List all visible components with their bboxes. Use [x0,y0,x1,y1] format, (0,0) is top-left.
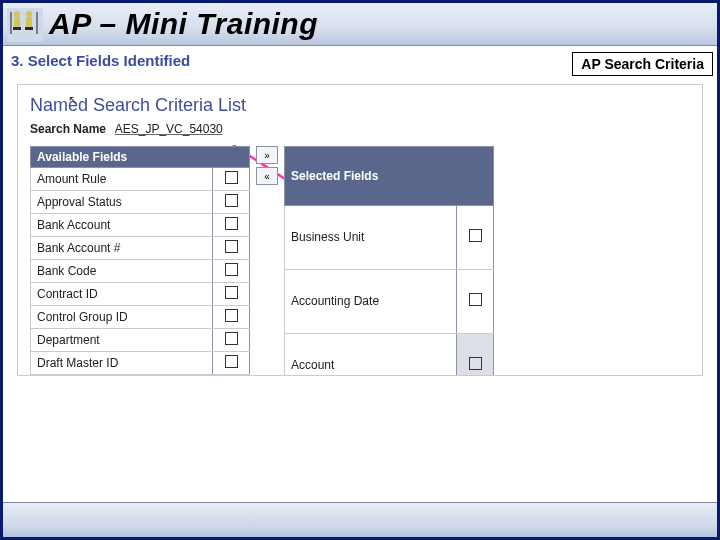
checkbox[interactable] [469,293,482,306]
table-row[interactable]: Draft Payment Status [31,375,250,377]
field-label: Approval Status [31,191,213,214]
checkbox[interactable] [225,240,238,253]
svg-rect-6 [25,27,33,30]
table-row[interactable]: Business Unit [285,205,494,269]
search-name-row: Search Name AES_JP_VC_54030 [30,122,690,136]
checkbox[interactable] [225,355,238,368]
step-label: 3. Select Fields Identified [11,52,190,69]
field-label: Draft Payment Status [31,375,213,377]
checkbox[interactable] [225,217,238,230]
field-label: Business Unit [285,205,457,269]
move-controls: » « [256,146,278,376]
available-fields-header: Available Fields [31,147,250,168]
field-label: Bank Code [31,260,213,283]
title-bar: AP – Mini Training [3,3,717,46]
field-label: Department [31,329,213,352]
table-row[interactable]: Bank Code [31,260,250,283]
page-title: AP – Mini Training [49,7,318,41]
table-row[interactable]: Amount Rule [31,168,250,191]
move-right-button[interactable]: » [256,146,278,164]
table-row[interactable]: Bank Account [31,214,250,237]
checkbox[interactable] [225,332,238,345]
checkbox[interactable] [225,286,238,299]
checkbox[interactable] [469,357,482,370]
search-name-label: Search Name [30,122,106,136]
table-row[interactable]: Draft Master ID [31,352,250,375]
table-row[interactable]: Department [31,329,250,352]
svg-point-1 [14,11,20,17]
svg-rect-3 [13,27,21,30]
field-label: Account [285,333,457,376]
table-row[interactable]: Contract ID [31,283,250,306]
table-row[interactable]: Account [285,333,494,376]
selected-fields-table: Selected Fields Business Unit Accounting… [284,146,494,376]
svg-rect-5 [26,17,32,27]
move-left-button[interactable]: « [256,167,278,185]
table-row[interactable]: Approval Status [31,191,250,214]
field-label: Control Group ID [31,306,213,329]
footer-band [3,502,717,537]
svg-rect-0 [7,8,43,42]
checkbox[interactable] [225,194,238,207]
field-label: Contract ID [31,283,213,306]
table-row[interactable]: Accounting Date [285,269,494,333]
field-label: Bank Account [31,214,213,237]
content-panel: ↖ Named Search Criteria List Search Name… [17,84,703,376]
svg-point-4 [26,11,32,17]
field-label: Amount Rule [31,168,213,191]
subhead-row: 3. Select Fields Identified AP Search Cr… [3,46,717,78]
checkbox[interactable] [225,263,238,276]
table-row[interactable]: Bank Account # [31,237,250,260]
checkbox[interactable] [225,309,238,322]
cursor-pointer-icon: ↖ [68,93,78,107]
table-row[interactable]: Control Group ID [31,306,250,329]
checkbox[interactable] [225,171,238,184]
svg-rect-2 [14,17,20,27]
search-name-value: AES_JP_VC_54030 [115,122,223,136]
selected-fields-header: Selected Fields [285,147,494,206]
field-label: Bank Account # [31,237,213,260]
topic-badge: AP Search Criteria [572,52,713,76]
checkbox[interactable] [469,229,482,242]
field-label: Draft Master ID [31,352,213,375]
section-title: Named Search Criteria List [30,95,690,116]
logo-skiers [7,8,43,42]
field-label: Accounting Date [285,269,457,333]
available-fields-table: Available Fields Amount Rule Approval St… [30,146,250,376]
